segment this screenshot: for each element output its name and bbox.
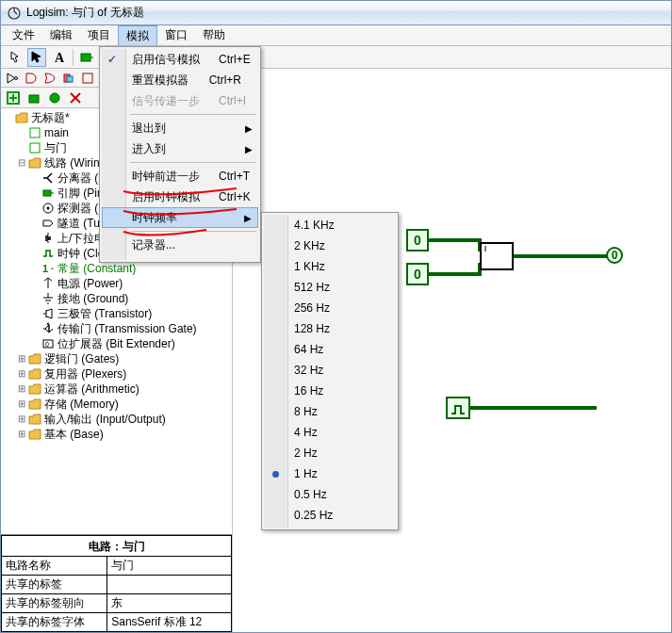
folder-icon bbox=[14, 110, 29, 125]
svg-rect-18 bbox=[30, 143, 40, 153]
tree-wiring-item[interactable]: 传输门 (Transmission Gate) bbox=[1, 321, 232, 336]
menu-logger[interactable]: 记录器... bbox=[102, 235, 258, 255]
tree-wiring-item[interactable]: 电源 (Power) bbox=[1, 276, 232, 291]
tree-wiring-item[interactable]: 三极管 (Transistor) bbox=[1, 306, 232, 321]
tree-folder[interactable]: ⊞输入/输出 (Input/Output) bbox=[1, 412, 232, 427]
property-key: 共享的标签 bbox=[2, 576, 107, 594]
freq-option[interactable]: 16 Hz bbox=[264, 381, 396, 401]
radio-selected-icon bbox=[272, 471, 279, 478]
folder-icon bbox=[27, 381, 42, 397]
add-circuit-button[interactable] bbox=[5, 89, 22, 106]
output-pin[interactable]: 0 bbox=[606, 247, 623, 264]
menu-reset-sim[interactable]: 重置模拟器 Ctrl+R bbox=[102, 70, 258, 90]
tree-folder[interactable]: ⊞基本 (Base) bbox=[1, 427, 232, 442]
property-value[interactable]: 与门 bbox=[107, 557, 232, 576]
menu-edit[interactable]: 编辑 bbox=[42, 25, 80, 45]
tree-folder[interactable]: ⊞复用器 (Plexers) bbox=[1, 366, 232, 381]
tool-and-icon[interactable] bbox=[24, 71, 39, 86]
property-value[interactable]: 东 bbox=[107, 594, 232, 613]
freq-option[interactable]: 128 Hz bbox=[264, 318, 396, 339]
svg-rect-8 bbox=[67, 76, 73, 82]
tree-folder[interactable]: ⊞逻辑门 (Gates) bbox=[1, 351, 232, 366]
svg-rect-13 bbox=[29, 95, 39, 103]
freq-option[interactable]: 512 Hz bbox=[264, 277, 396, 298]
power-icon bbox=[41, 276, 56, 291]
tree-wiring-item[interactable]: 0位扩展器 (Bit Extender) bbox=[1, 336, 232, 351]
svg-rect-17 bbox=[30, 128, 40, 138]
menu-enable-tick[interactable]: 启用时钟模拟 Ctrl+K bbox=[102, 187, 258, 207]
menu-project[interactable]: 项目 bbox=[80, 25, 118, 45]
clock-component[interactable] bbox=[446, 397, 470, 419]
freq-option[interactable]: 2 KHz bbox=[264, 235, 396, 256]
property-key: 共享的标签字体 bbox=[2, 613, 107, 632]
tool-input-pin[interactable] bbox=[77, 48, 96, 67]
check-icon: ✓ bbox=[107, 53, 117, 66]
tool-reg-icon[interactable] bbox=[80, 71, 95, 86]
pull-icon bbox=[41, 231, 56, 246]
wire[interactable] bbox=[429, 238, 482, 242]
trans-icon bbox=[41, 306, 56, 321]
menu-tick-freq[interactable]: 时钟频率 ▶ bbox=[102, 207, 258, 228]
menu-file[interactable]: 文件 bbox=[5, 25, 42, 45]
tree-folder[interactable]: ⊞存储 (Memory) bbox=[1, 397, 232, 412]
property-key: 电路名称 bbox=[2, 557, 107, 576]
freq-option[interactable]: 2 Hz bbox=[264, 443, 396, 463]
tool-xor-icon[interactable] bbox=[61, 71, 76, 86]
property-value[interactable] bbox=[107, 576, 232, 594]
property-row[interactable]: 共享的标签 bbox=[2, 576, 232, 594]
tool-not-icon[interactable] bbox=[5, 71, 20, 86]
tool-poke[interactable] bbox=[5, 48, 24, 67]
wire[interactable] bbox=[470, 406, 597, 410]
menu-simulate[interactable]: 模拟 bbox=[118, 25, 157, 45]
properties-table: 电路名称与门共享的标签共享的标签朝向东共享的标签字体SansSerif 标准 1… bbox=[1, 556, 232, 632]
menu-window[interactable]: 窗口 bbox=[157, 25, 195, 45]
wire[interactable] bbox=[514, 254, 608, 258]
properties-title: 电路：与门 bbox=[1, 535, 232, 556]
wire[interactable] bbox=[429, 272, 482, 276]
property-value[interactable]: SansSerif 标准 12 bbox=[107, 613, 232, 632]
tool-text[interactable]: A bbox=[50, 48, 69, 67]
tree-wiring-item[interactable]: 接地 (Ground) bbox=[1, 291, 232, 306]
input-pin-2[interactable]: 0 bbox=[406, 263, 429, 285]
move-down-button[interactable] bbox=[46, 89, 63, 106]
property-row[interactable]: 电路名称与门 bbox=[2, 557, 232, 576]
property-row[interactable]: 共享的标签字体SansSerif 标准 12 bbox=[2, 613, 232, 632]
input-pin-1[interactable]: 0 bbox=[406, 229, 429, 252]
circuit-icon bbox=[27, 125, 42, 140]
property-key: 共享的标签朝向 bbox=[2, 594, 107, 613]
menu-tick-step[interactable]: 时钟前进一步 Ctrl+T bbox=[102, 166, 258, 187]
delete-circuit-button[interactable] bbox=[67, 89, 84, 106]
menu-help[interactable]: 帮助 bbox=[195, 25, 233, 45]
svg-rect-19 bbox=[43, 190, 51, 196]
freq-option[interactable]: 0.25 Hz bbox=[264, 505, 396, 526]
folder-icon bbox=[27, 412, 42, 427]
freq-option[interactable]: 1 Hz bbox=[264, 463, 396, 484]
freq-option[interactable]: 4 Hz bbox=[264, 422, 396, 443]
folder-icon bbox=[27, 427, 42, 442]
freq-option[interactable]: 64 Hz bbox=[264, 339, 396, 360]
properties-panel: 电路：与门 电路名称与门共享的标签共享的标签朝向东共享的标签字体SansSeri… bbox=[1, 534, 232, 632]
submenu-arrow-icon: ▶ bbox=[245, 123, 253, 134]
freq-option[interactable]: 4.1 KHz bbox=[264, 215, 396, 235]
tree-folder[interactable]: ⊞运算器 (Arithmetic) bbox=[1, 381, 232, 397]
freq-option[interactable]: 8 Hz bbox=[264, 401, 396, 422]
menu-exit-to[interactable]: 退出到 ▶ bbox=[102, 118, 258, 138]
tunnel-icon bbox=[41, 216, 56, 231]
tree-wiring-item[interactable]: 1 ·常量 (Constant) bbox=[1, 261, 232, 276]
freq-option[interactable]: 32 Hz bbox=[264, 360, 396, 381]
menu-enter-to[interactable]: 进入到 ▶ bbox=[102, 138, 258, 159]
svg-text:A: A bbox=[55, 51, 65, 65]
and-gate[interactable] bbox=[480, 242, 514, 270]
folder-icon bbox=[27, 155, 42, 170]
freq-option[interactable]: 0.5 Hz bbox=[264, 484, 396, 505]
svg-point-28 bbox=[47, 323, 49, 325]
clock-icon bbox=[41, 246, 56, 261]
move-up-button[interactable] bbox=[25, 89, 42, 106]
property-row[interactable]: 共享的标签朝向东 bbox=[2, 594, 232, 613]
submenu-arrow-icon: ▶ bbox=[245, 144, 253, 154]
freq-option[interactable]: 1 KHz bbox=[264, 256, 396, 277]
menu-enable-sim[interactable]: ✓ 启用信号模拟 Ctrl+E bbox=[102, 49, 258, 70]
freq-option[interactable]: 256 Hz bbox=[264, 298, 396, 318]
tool-or-icon[interactable] bbox=[42, 71, 57, 86]
tool-select[interactable] bbox=[27, 48, 46, 67]
